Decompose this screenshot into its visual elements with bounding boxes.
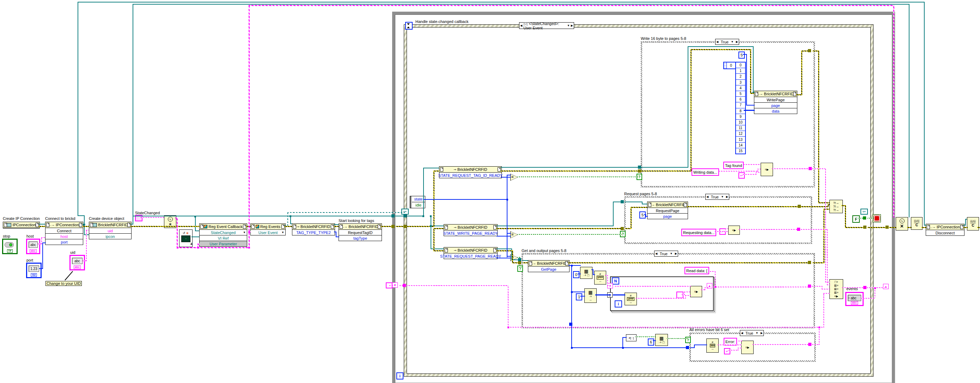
byte-cell[interactable]: 6 — [736, 97, 745, 102]
event-case-selector[interactable]: ◀ [0] <StateChanged>: User Event ▼ ▶ — [519, 22, 574, 29]
param-row-host[interactable]: host — [46, 234, 83, 239]
false-const[interactable]: F — [852, 215, 860, 223]
byte-cell[interactable]: 10 — [736, 120, 745, 125]
param-row-port[interactable]: port — [46, 239, 83, 245]
uid-value[interactable]: abc — [72, 258, 83, 264]
const-row-tagtype[interactable]: TAG_TYPE_TYPE2 — [292, 230, 335, 235]
dropdown-icon[interactable]: ▼ — [282, 231, 284, 234]
concat-strings-node-2[interactable]: ≡▶ — [728, 225, 740, 235]
byte-cell[interactable]: 4 — [736, 85, 745, 91]
byte-cell[interactable]: 2 — [736, 74, 745, 79]
uid-control[interactable]: abc abc — [70, 255, 85, 270]
open-vi-reference-node[interactable]: ↺ ∗ ~ 4 — [179, 230, 192, 247]
case-write-selector[interactable]: ◀ True ▼ ▶ — [715, 39, 739, 45]
host-control[interactable]: abc abc — [26, 239, 40, 254]
index-value[interactable]: 0 — [727, 62, 735, 69]
concat-strings-node-1[interactable]: ≡▶ — [760, 163, 773, 176]
case-dropdown-icon[interactable]: ▼ — [721, 196, 724, 198]
case-dropdown-icon[interactable]: ▼ — [670, 252, 673, 255]
bool-array-to-number-node[interactable]: #[··] — [626, 334, 636, 342]
param-row-userparam[interactable]: User Parameter — [200, 241, 247, 246]
byte-cell[interactable]: 5 — [736, 91, 745, 96]
events-value[interactable]: abc — [851, 296, 856, 300]
read-data-string[interactable]: Read data: [ — [684, 267, 709, 274]
case-dropdown-icon[interactable]: ▼ — [756, 332, 758, 335]
carriage-return-const-1[interactable]: ↵ — [738, 172, 745, 179]
const-row[interactable]: STATE_REQUEST_PAGE_READY — [444, 254, 497, 259]
next-case-icon[interactable]: ▶ — [675, 252, 677, 255]
reg-event-callback-node[interactable]: Reg Event Callback StateChanged ▼ VI Ref… — [199, 223, 247, 247]
prev-case-icon[interactable]: ◀ — [716, 41, 718, 43]
const-row[interactable]: STATE_WRITE_PAGE_READY — [444, 230, 497, 236]
index-spinner[interactable] — [724, 62, 727, 69]
number-to-decimal-node[interactable]: # 999 ↔ — [706, 338, 719, 353]
dynamic-event-terminal-left[interactable]: ϟ+ — [401, 209, 409, 215]
zero-const[interactable]: 0 — [573, 271, 579, 278]
for-loop-iteration-terminal[interactable]: i — [615, 300, 622, 308]
host-value[interactable]: abc — [29, 241, 38, 248]
shift-register-right-while[interactable]: ▲ — [883, 284, 889, 289]
one-const[interactable]: 1 — [576, 293, 582, 300]
byte-array-constant[interactable]: 0 1 2 3 4 5 6 7 8 9 10 11 12 13 14 15 — [735, 62, 746, 154]
param-row-page[interactable]: page — [648, 214, 688, 219]
write-page-node[interactable]: ‥→ BrickletNFCRFID WritePage page data — [754, 91, 797, 114]
request-tag-id-node[interactable]: ‥→ BrickletNFCRFID RequestTagID tagType — [339, 223, 382, 241]
dynamic-event-terminal-right[interactable]: ϟ+ — [861, 209, 868, 215]
const-row[interactable]: STATE_REQUEST_TAG_ID_READY — [439, 172, 501, 178]
case-request-selector[interactable]: ◀ True ▼ ▶ — [705, 194, 729, 200]
stop-control[interactable]: TF — [2, 239, 18, 254]
for-loop-count-terminal[interactable]: N — [612, 278, 619, 284]
event-row-statechanged[interactable]: StateChanged ▼ — [200, 230, 247, 235]
method-row[interactable]: GetPage — [528, 267, 569, 272]
case-dropdown-icon[interactable]: ▼ — [567, 24, 570, 27]
param-row-data[interactable]: data — [754, 109, 797, 114]
method-row[interactable]: RequestTagID — [339, 230, 382, 235]
index-array-node-2[interactable]: ▦ ·+ □ — [655, 334, 668, 346]
prev-case-icon[interactable]: ◀ — [741, 332, 743, 335]
prev-case-icon[interactable]: ◀ — [655, 252, 657, 255]
next-case-icon[interactable]: ▶ — [571, 24, 573, 27]
create-device-node[interactable]: BrickletNFCRFID uid ipcon — [89, 222, 132, 239]
byte-cell[interactable]: 8 — [736, 109, 745, 114]
equal-node-2[interactable]: = — [510, 231, 518, 238]
events-indicator[interactable]: ▷ abc abc — [845, 292, 864, 306]
byte-cell[interactable]: 0 — [736, 62, 745, 68]
next-case-icon[interactable]: ▶ — [736, 41, 738, 43]
unregister-events-node[interactable]: ϟ × — [896, 217, 908, 230]
case-dropdown-icon[interactable]: ▼ — [731, 41, 733, 43]
param-row-page[interactable]: page — [754, 103, 797, 109]
number-to-hex-node-1[interactable]: # 1FFF ↔ — [594, 271, 606, 284]
method-row[interactable]: WritePage — [754, 97, 797, 103]
method-row[interactable]: Disconnect — [926, 230, 964, 235]
page-const-write[interactable]: 5 — [738, 51, 745, 59]
prev-case-icon[interactable]: ◀ — [520, 24, 522, 27]
case-get-selector[interactable]: ◀ True ▼ ▶ — [654, 251, 678, 257]
timeout-terminal[interactable] — [405, 22, 413, 30]
bit-const[interactable]: 6 — [648, 338, 654, 346]
prev-case-icon[interactable]: ◀ — [706, 196, 708, 198]
port-control[interactable]: 1.23 I32 — [26, 263, 41, 278]
case-error-selector[interactable]: ◀ True ▼ ▶ — [740, 330, 764, 336]
while-iteration-terminal[interactable]: i — [396, 372, 403, 380]
concat-strings-node-3[interactable]: ≡▶ — [690, 286, 702, 297]
page-const-request[interactable]: 5 — [640, 211, 646, 219]
reg-events-node[interactable]: Reg Events User Event ▼ — [250, 223, 286, 235]
concat-strings-node-main[interactable]: □+⊞+⊞+⊞+ ≡▶ — [829, 279, 843, 299]
param-row-ipcon[interactable]: ipcon — [89, 234, 131, 239]
dropdown-icon[interactable]: ▼ — [243, 231, 246, 234]
param-row-tagtype[interactable]: tagType — [339, 235, 382, 241]
method-row[interactable]: RequestPage — [648, 208, 688, 214]
byte-cell[interactable]: 11 — [736, 125, 745, 131]
loop-condition-terminal[interactable] — [873, 214, 881, 222]
disconnect-node[interactable]: ‥→ IPConnection Disconnect — [926, 224, 964, 236]
byte-cell[interactable]: 3 — [736, 80, 745, 85]
byte-cell[interactable]: 1 — [736, 68, 745, 73]
concat-strings-node-4[interactable]: ≡▶ — [741, 341, 754, 354]
port-value[interactable]: 1.23 — [29, 265, 39, 272]
tag-found-string[interactable]: Tag found — [723, 162, 744, 169]
connect-node[interactable]: ‥→ IPConnection Connect host port — [45, 222, 83, 245]
byte-array-index[interactable]: 0 — [723, 62, 736, 69]
next-case-icon[interactable]: ▶ — [760, 332, 763, 335]
byte-cell[interactable]: 15 — [736, 148, 745, 153]
open-ipconnection-node[interactable]: IPConnection — [3, 222, 40, 228]
